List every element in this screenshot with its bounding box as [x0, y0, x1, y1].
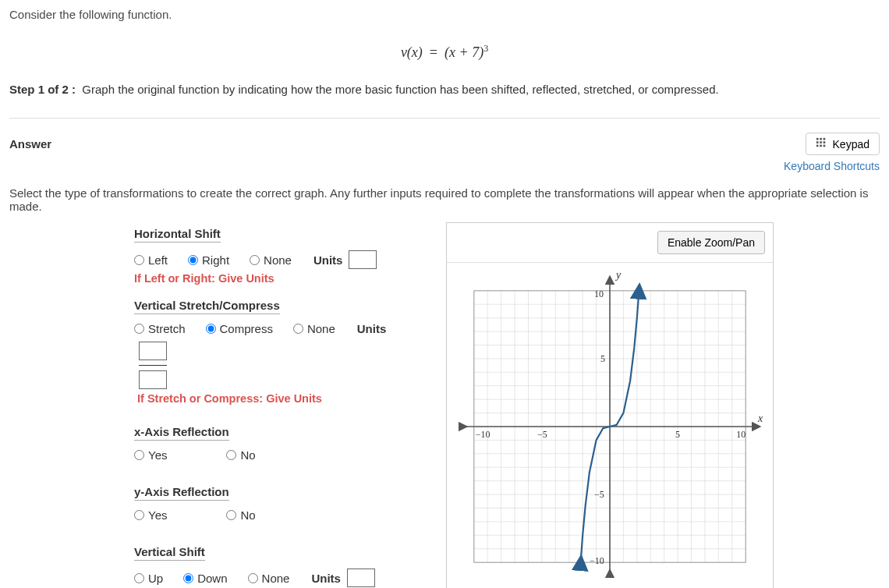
step-row: Step 1 of 2 : Graph the original functio… [9, 83, 880, 96]
svg-text:−5: −5 [594, 489, 604, 500]
hshift-left-radio[interactable] [134, 255, 144, 265]
vsc-units-denominator[interactable] [139, 370, 167, 389]
hshift-right-option[interactable]: Right [188, 253, 229, 267]
svg-rect-8 [823, 145, 825, 147]
enable-zoom-pan-button[interactable]: Enable Zoom/Pan [657, 231, 765, 254]
xref-header: x-Axis Reflection [134, 425, 229, 441]
svg-text:10: 10 [736, 429, 746, 440]
hshift-left-option[interactable]: Left [134, 253, 168, 267]
vsc-compress-radio[interactable] [206, 324, 216, 334]
vshift-units-input[interactable] [347, 569, 375, 587]
formula-eq: = [430, 44, 437, 60]
svg-rect-7 [820, 145, 822, 147]
svg-text:5: 5 [600, 353, 605, 364]
vshift-up-radio[interactable] [134, 573, 144, 583]
xref-no-radio[interactable] [226, 450, 236, 460]
formula-lhs: v(x) [401, 44, 423, 60]
vsc-none-radio[interactable] [293, 324, 303, 334]
vsc-units-fraction [139, 342, 167, 389]
svg-rect-5 [823, 141, 825, 143]
xref-yes-radio[interactable] [134, 450, 144, 460]
answer-label: Answer [9, 137, 51, 151]
hshift-units-label: Units [313, 253, 343, 267]
vshift-down-radio[interactable] [183, 573, 193, 583]
hshift-right-radio[interactable] [188, 255, 198, 265]
keypad-icon [816, 137, 827, 151]
vshift-none-radio[interactable] [248, 573, 258, 583]
hshift-header: Horizontal Shift [134, 227, 221, 243]
vsc-compress-option[interactable]: Compress [206, 322, 273, 335]
vsc-units-label: Units [357, 322, 387, 335]
vsc-hint: If Stretch or Compress: Give Units [137, 392, 415, 405]
formula-rhs-base: (x + 7) [444, 44, 483, 60]
vshift-up-option[interactable]: Up [134, 572, 163, 585]
vsc-stretch-option[interactable]: Stretch [134, 322, 186, 335]
formula-exp: 3 [483, 43, 488, 54]
svg-rect-0 [816, 138, 818, 140]
svg-rect-4 [820, 141, 822, 143]
vsc-none-option[interactable]: None [293, 322, 335, 335]
step-label: Step 1 of 2 : [9, 83, 76, 96]
hshift-none-radio[interactable] [250, 255, 260, 265]
graph-area[interactable]: −10−5510105−5−10yx [447, 263, 773, 588]
yref-no-radio[interactable] [226, 510, 236, 520]
vsc-header: Vertical Stretch/Compress [134, 299, 280, 314]
prompt-text: Consider the following function. [9, 8, 880, 21]
formula: v(x) = (x + 7)3 [9, 43, 880, 61]
svg-text:−5: −5 [537, 429, 547, 440]
instructions: Select the type of transformations to cr… [9, 186, 880, 213]
svg-text:10: 10 [594, 289, 604, 299]
svg-rect-2 [823, 138, 825, 140]
divider [9, 118, 880, 119]
keypad-button[interactable]: Keypad [806, 133, 880, 155]
step-text: Graph the original function by indicatin… [82, 83, 718, 96]
svg-rect-1 [820, 138, 822, 140]
controls-column: Horizontal Shift Left Right None Units I… [134, 222, 415, 588]
svg-rect-6 [816, 145, 818, 147]
yref-header: y-Axis Reflection [134, 485, 229, 501]
yref-no-option[interactable]: No [226, 508, 255, 522]
vshift-none-option[interactable]: None [248, 572, 290, 585]
hshift-none-option[interactable]: None [250, 253, 292, 267]
keyboard-shortcuts-link[interactable]: Keyboard Shortcuts [9, 160, 880, 172]
hshift-units-input[interactable] [349, 250, 377, 269]
graph-svg: −10−5510105−5−10yx [447, 263, 773, 588]
svg-text:−10: −10 [590, 555, 604, 566]
vshift-header: Vertical Shift [134, 545, 205, 561]
graph-panel: Enable Zoom/Pan −10−5510105−5−10yx [446, 222, 774, 588]
svg-text:x: x [757, 413, 763, 424]
xref-no-option[interactable]: No [226, 448, 255, 462]
hshift-hint: If Left or Right: Give Units [134, 272, 415, 285]
xref-yes-option[interactable]: Yes [134, 448, 167, 462]
svg-text:5: 5 [675, 429, 680, 440]
svg-rect-3 [816, 141, 818, 143]
vshift-down-option[interactable]: Down [183, 572, 227, 585]
vsc-stretch-radio[interactable] [134, 324, 144, 334]
svg-text:y: y [615, 269, 622, 281]
yref-yes-radio[interactable] [134, 510, 144, 520]
yref-yes-option[interactable]: Yes [134, 508, 167, 522]
vsc-units-numerator[interactable] [139, 342, 167, 360]
svg-text:−10: −10 [476, 429, 491, 440]
vshift-units-label: Units [311, 572, 341, 585]
keypad-label: Keypad [833, 138, 870, 151]
